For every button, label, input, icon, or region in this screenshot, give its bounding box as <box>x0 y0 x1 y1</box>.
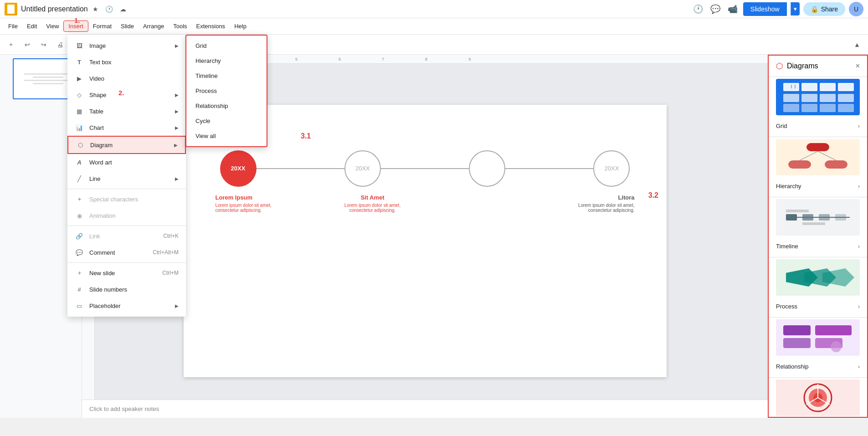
hierarchy-arrow: › <box>858 183 860 190</box>
cloud-save-icon[interactable]: ☁ <box>118 4 128 14</box>
menu-item-animation[interactable]: ◉ Animation <box>67 207 186 224</box>
diagram-section-hierarchy: Hierarchy › <box>769 137 867 197</box>
svg-rect-2 <box>820 83 836 91</box>
svg-point-33 <box>831 341 842 352</box>
cycle-thumb <box>776 380 860 416</box>
submenu-item-viewall[interactable]: View all <box>186 128 267 144</box>
menu-arrange[interactable]: Arrange <box>139 21 169 31</box>
hierarchy-thumb <box>776 139 860 175</box>
menu-item-chart[interactable]: 📊 Chart ▶ <box>67 119 186 136</box>
toolbar-collapse-btn[interactable]: ▲ <box>850 37 864 52</box>
menu-item-wordart[interactable]: A Word art <box>67 154 186 170</box>
menu-slide[interactable]: Slide <box>116 21 139 31</box>
timeline-line-1 <box>257 168 344 169</box>
diagram-icon: ⬡ <box>76 140 85 149</box>
timeline-line-2 <box>381 168 469 169</box>
submenu-item-timeline[interactable]: Timeline <box>186 68 267 83</box>
diagram-row-hierarchy[interactable]: Hierarchy › <box>776 179 860 193</box>
menu-item-video[interactable]: ▶ Video <box>67 70 186 87</box>
menu-item-newslide[interactable]: ＋ New slide Ctrl+M <box>67 265 186 281</box>
label-4: Litora Lorem ipsum dolor sit amet,consec… <box>530 194 639 213</box>
slideshow-button[interactable]: Slideshow <box>743 2 787 16</box>
submenu-item-cycle[interactable]: Cycle <box>186 113 267 128</box>
svg-rect-11 <box>801 104 817 112</box>
star-icon[interactable]: ★ <box>91 4 101 14</box>
avatar[interactable]: U <box>849 2 863 16</box>
submenu-item-relationship[interactable]: Relationship <box>186 98 267 113</box>
label-2-title: Sit Amet <box>320 194 425 201</box>
menu-item-slidenumbers[interactable]: # Slide numbers <box>67 281 186 298</box>
grid-label: Grid <box>776 123 787 129</box>
comment-label: Comment <box>89 249 147 256</box>
diagram-row-grid[interactable]: Grid › <box>776 119 860 133</box>
menu-tools[interactable]: Tools <box>169 21 191 31</box>
menu-item-shape[interactable]: ◇ Shape ▶ <box>67 87 186 103</box>
timeline-arrow: › <box>858 243 860 250</box>
menu-item-comment[interactable]: 💬 Comment Ctrl+Alt+M <box>67 244 186 261</box>
menu-file[interactable]: File <box>4 21 22 31</box>
diagram-row-process[interactable]: Process › <box>776 299 860 313</box>
submenu-item-hierarchy[interactable]: Hierarchy <box>186 53 267 68</box>
svg-rect-30 <box>783 338 811 348</box>
line-arrow: ▶ <box>175 176 179 181</box>
specialchars-icon: ✦ <box>75 195 84 204</box>
menu-item-link[interactable]: 🔗 Link Ctrl+K <box>67 228 186 244</box>
wordart-label: Word art <box>89 159 179 166</box>
label-4-title: Litora <box>530 194 635 201</box>
svg-rect-12 <box>820 104 836 112</box>
chat-icon[interactable]: 💬 <box>709 2 722 16</box>
comment-icon: 💬 <box>75 248 84 257</box>
process-label: Process <box>776 303 797 310</box>
menu-item-placeholder[interactable]: ▭ Placeholder ▶ <box>67 298 186 314</box>
grid-preview-svg <box>781 81 854 113</box>
toolbar-print-btn[interactable]: 🖨 <box>53 37 67 52</box>
hierarchy-preview-svg <box>781 141 854 173</box>
toolbar-redo-btn[interactable]: ↪ <box>36 37 51 52</box>
menu-item-image[interactable]: 🖼 Image ▶ <box>67 37 186 54</box>
panel-scroll: Grid › Hierarchy › <box>769 77 867 417</box>
table-arrow: ▶ <box>175 109 179 114</box>
menu-extensions[interactable]: Extensions <box>192 21 230 31</box>
slidenumbers-icon: # <box>75 285 84 294</box>
diagram-row-timeline[interactable]: Timeline › <box>776 239 860 253</box>
slidenumbers-label: Slide numbers <box>89 286 179 293</box>
diagram-arrow: ▶ <box>174 143 178 148</box>
menu-insert[interactable]: Insert <box>63 21 88 32</box>
menu-format[interactable]: Format <box>88 21 116 31</box>
menu-item-table[interactable]: ▦ Table ▶ <box>67 103 186 119</box>
comment-shortcut: Ctrl+Alt+M <box>153 249 179 256</box>
relationship-arrow: › <box>858 364 860 370</box>
menu-divider-3 <box>67 262 186 263</box>
diagram-section-relationship: Relationship › <box>769 318 867 378</box>
speaker-notes[interactable]: Click to add speaker notes <box>82 400 768 418</box>
label-4-desc: Lorem ipsum dolor sit amet,consectetur a… <box>530 203 635 213</box>
menu-help[interactable]: Help <box>230 21 251 31</box>
version-history-icon[interactable]: 🕐 <box>104 4 114 14</box>
share-button[interactable]: 🔒 Share <box>803 2 845 16</box>
chart-icon: 📊 <box>75 123 84 132</box>
diagrams-panel-close[interactable]: × <box>856 62 860 70</box>
menu-item-line[interactable]: ╱ Line ▶ <box>67 170 186 187</box>
menu-bar: File Edit View Insert Format Slide Arran… <box>0 18 868 35</box>
diagram-row-relationship[interactable]: Relationship › <box>776 359 860 374</box>
timeline-preview-svg <box>781 206 854 229</box>
timeline-circle-4: 20XX <box>593 150 630 187</box>
menu-edit[interactable]: Edit <box>22 21 41 31</box>
svg-rect-31 <box>815 325 852 335</box>
toolbar-undo-btn[interactable]: ↩ <box>20 37 35 52</box>
document-title[interactable]: Untitled presentation <box>21 5 88 13</box>
svg-rect-14 <box>806 143 829 151</box>
slideshow-dropdown-button[interactable]: ▾ <box>791 2 800 15</box>
meet-icon[interactable]: 📹 <box>726 2 740 16</box>
submenu-item-grid[interactable]: Grid <box>186 38 267 53</box>
activity-icon[interactable]: 🕐 <box>691 2 705 16</box>
menu-item-specialchars[interactable]: ✦ Special characters <box>67 191 186 207</box>
toolbar-add-btn[interactable]: ＋ <box>4 37 18 52</box>
process-arrow: › <box>858 303 860 310</box>
menu-view[interactable]: View <box>41 21 63 31</box>
menu-item-diagram[interactable]: ⬡ Diagram ▶ <box>67 136 186 154</box>
slide-thumb-line-2 <box>33 77 64 78</box>
label-1: Lorem Ipsum Lorem ipsum dolor sit amet,c… <box>211 194 320 213</box>
submenu-item-process[interactable]: Process <box>186 83 267 98</box>
menu-item-textbox[interactable]: T Text box <box>67 54 186 70</box>
